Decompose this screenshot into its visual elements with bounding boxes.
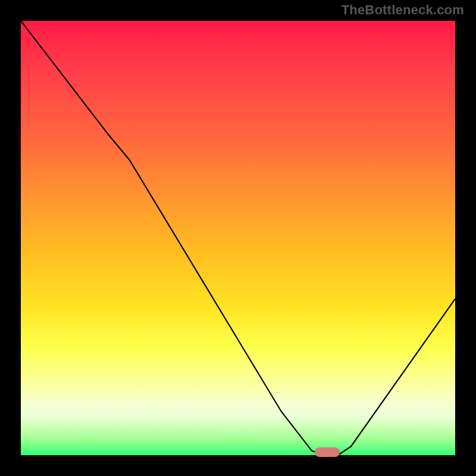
watermark-text: TheBottleneck.com [342,2,464,18]
curve-path [21,21,455,455]
plot-area [21,21,455,455]
chart-container: TheBottleneck.com [0,0,476,476]
bottleneck-marker [315,447,340,457]
line-curve [21,21,455,455]
